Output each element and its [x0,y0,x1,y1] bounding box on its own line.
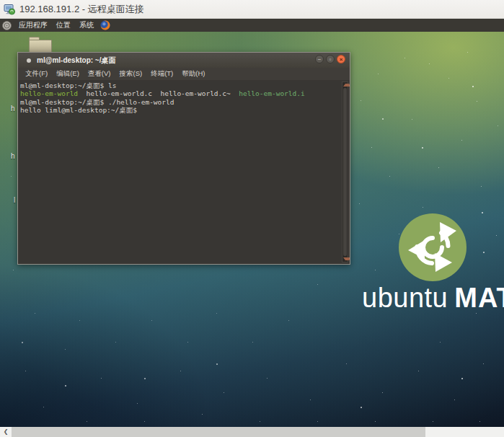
desktop[interactable]: h h l ubuntuMATE ml@ml-desktop: ~/桌面 − ▫… [0,32,504,427]
remote-desktop-icon [4,4,15,15]
terminal-window: ml@ml-desktop: ~/桌面 − ▫ × 文件(F)编辑(E)查看(V… [17,52,350,265]
terminal-menu-3[interactable]: 搜索(S) [115,69,146,79]
brand-mate: MATE [454,283,504,313]
scroll-down-arrow-icon[interactable] [343,257,350,260]
terminal-title: ml@ml-desktop: ~/桌面 [37,56,116,66]
desktop-icon-label-fragment[interactable]: h [11,152,15,160]
mate-panel: 应用程序位置系统 [0,19,504,32]
terminal-scrollbar[interactable] [342,81,348,262]
scroll-up-arrow-icon[interactable] [343,84,350,87]
terminal-menu-5[interactable]: 帮助(H) [177,69,209,79]
terminal-menu-0[interactable]: 文件(F) [21,69,52,79]
horizontal-scrollbar[interactable]: ❮ [0,427,504,437]
panel-menu-0[interactable]: 应用程序 [14,21,52,29]
terminal-line: ml@ml-desktop:~/桌面$ ./hello-em-world [20,98,340,106]
folder-icon[interactable] [29,37,52,53]
terminal-line: hello-em-world hello-em-world.c hello-em… [20,89,340,97]
terminal-menubar: 文件(F)编辑(E)查看(V)搜索(S)终端(T)帮助(H) [18,68,350,81]
panel-menu-2[interactable]: 系统 [75,21,98,29]
mate-menu-icon[interactable] [2,21,12,30]
panel-menu-1[interactable]: 位置 [52,21,75,29]
minimize-button[interactable]: − [315,55,324,63]
starfield-bright [0,32,1,33]
terminal-line: hello liml@ml-desktop:~/桌面$ [20,106,340,114]
terminal-titlebar[interactable]: ml@ml-desktop: ~/桌面 − ▫ × [18,53,350,68]
terminal-menu-2[interactable]: 查看(V) [84,69,115,79]
terminal-scrollbar-thumb[interactable] [343,88,347,256]
desktop-icon-label-fragment[interactable]: h [11,105,15,112]
close-button[interactable]: × [337,55,345,63]
ubuntu-mate-wordmark: ubuntuMATE [362,283,504,314]
maximize-button[interactable]: ▫ [326,55,335,63]
scroll-left-arrow-icon[interactable]: ❮ [0,427,12,437]
terminal-output: ml@ml-desktop:~/桌面$ lshello-em-world hel… [20,81,340,115]
terminal-menu-4[interactable]: 终端(T) [146,69,177,79]
rdp-title: 192.168.191.2 - 远程桌面连接 [19,3,144,16]
terminal-line: ml@ml-desktop:~/桌面$ ls [20,81,340,89]
terminal-menu-1[interactable]: 编辑(E) [52,69,84,79]
terminal-window-icon [27,58,31,63]
desktop-icon-label-fragment[interactable]: l [14,196,15,204]
horizontal-scrollbar-thumb[interactable] [12,427,425,437]
ubuntu-mate-logo-icon [399,213,467,281]
rdp-titlebar[interactable]: 192.168.191.2 - 远程桌面连接 [0,0,504,19]
panel-menus: 应用程序位置系统 [14,20,98,30]
terminal-screen[interactable]: ml@ml-desktop:~/桌面$ lshello-em-world hel… [18,80,350,264]
brand-ubuntu: ubuntu [362,283,448,313]
firefox-icon[interactable] [100,20,110,30]
